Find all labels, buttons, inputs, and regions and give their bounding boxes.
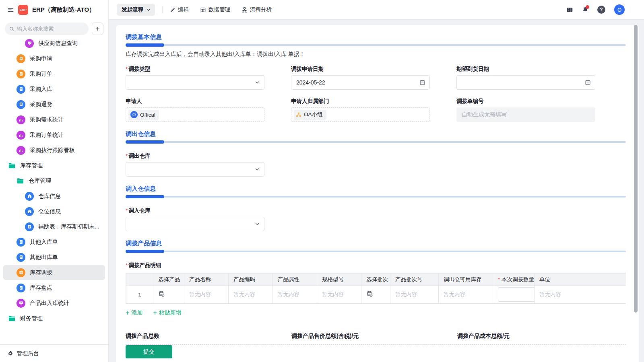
- sidebar-item-label: 库存管理: [20, 162, 43, 169]
- empty-cell: 暂无内容: [229, 286, 273, 304]
- plus-icon: +: [126, 310, 129, 316]
- document-icon: [17, 85, 25, 94]
- section-title-product: 调拨产品信息: [126, 240, 639, 246]
- vertical-scrollbar[interactable]: [634, 25, 638, 313]
- search-input[interactable]: 输入名称来搜索: [5, 23, 89, 35]
- edit-button[interactable]: 编辑: [170, 6, 189, 13]
- out-warehouse-select[interactable]: [126, 162, 264, 177]
- applicant-field[interactable]: O Offical: [126, 107, 264, 122]
- sidebar-item[interactable]: 采购入库: [3, 82, 105, 97]
- qty-cell: [493, 286, 535, 304]
- add-new-button[interactable]: +: [92, 23, 103, 35]
- sidebar-item[interactable]: 采购订单统计: [3, 128, 105, 142]
- sidebar-item-label: 其他入库单: [30, 239, 58, 246]
- document-icon: [17, 238, 25, 247]
- table-column-header: 产品名称: [184, 274, 229, 286]
- database-picker-icon[interactable]: [361, 286, 390, 304]
- sidebar-item[interactable]: 仓位信息: [3, 204, 105, 219]
- transfer-type-select[interactable]: [126, 75, 264, 90]
- notification-badge: [586, 5, 589, 9]
- empty-cell: 暂无内容: [273, 286, 317, 304]
- sidebar-item[interactable]: 库存盘点: [3, 280, 105, 295]
- bar-chart-icon: [17, 115, 25, 124]
- sidebar-item[interactable]: 采购申请: [3, 51, 105, 66]
- applicant-label: 申请人: [126, 98, 264, 105]
- database-picker-icon[interactable]: [153, 286, 184, 304]
- chevron-down-icon: [254, 167, 260, 172]
- expect-date-input[interactable]: [456, 75, 595, 90]
- clipboard-icon: [17, 268, 25, 277]
- table-column-header: 产品编码: [229, 274, 273, 286]
- process-analysis-button[interactable]: 流程分析: [242, 6, 272, 13]
- launch-process-button[interactable]: 发起流程: [117, 4, 155, 16]
- table-row: 1暂无内容暂无内容暂无内容暂无内容暂无内容暂无内容暂无内容: [126, 286, 626, 304]
- admin-backend-button[interactable]: 管理后台: [0, 344, 108, 362]
- apply-date-label: 调拨申请日期: [291, 66, 430, 72]
- sidebar-item[interactable]: 供应商信息查询: [3, 36, 105, 51]
- user-avatar[interactable]: O: [614, 4, 625, 15]
- sidebar-item[interactable]: 采购需求统计: [3, 112, 105, 127]
- org-chart-icon: [296, 112, 301, 117]
- avatar: O: [130, 111, 138, 118]
- launch-process-label: 发起流程: [122, 6, 143, 13]
- sidebar-item[interactable]: 采购执行跟踪看板: [3, 143, 105, 158]
- in-warehouse-select[interactable]: [126, 217, 264, 231]
- submit-button[interactable]: 提交: [126, 345, 172, 358]
- table-column-header: 规格型号: [317, 274, 361, 286]
- empty-cell: 暂无内容: [184, 286, 229, 304]
- sidebar-item-label: 财务管理: [20, 315, 43, 322]
- sidebar-item[interactable]: 其他入库单: [3, 234, 105, 249]
- data-management-button[interactable]: 数据管理: [200, 6, 230, 13]
- empty-cell: 暂无内容: [535, 286, 626, 304]
- sidebar-item[interactable]: 财务管理: [3, 311, 105, 326]
- table-column-header: 调出仓可用库存: [439, 274, 493, 286]
- sidebar-item[interactable]: 其他出库单: [3, 250, 105, 265]
- sidebar-item-label: 仓库管理: [29, 177, 51, 185]
- sidebar-item[interactable]: 库存管理: [3, 158, 105, 173]
- progress-bar: [126, 195, 626, 198]
- table-column-header: 产品属性: [273, 274, 317, 286]
- sidebar-header: ERP ERP（离散制造-ATO）: [0, 0, 108, 19]
- help-icon[interactable]: ?: [597, 6, 605, 14]
- transfer-qty-input[interactable]: [498, 287, 535, 302]
- document-icon: [17, 284, 25, 292]
- sidebar-item[interactable]: 仓库信息: [3, 189, 105, 204]
- table-column-header: 产品批次号: [390, 274, 439, 286]
- add-row-button[interactable]: + 添加: [126, 309, 142, 317]
- progress-bar: [126, 43, 626, 47]
- monitor-chart-icon: [17, 299, 25, 308]
- totals-fields: [126, 344, 626, 362]
- paste-add-button[interactable]: + 粘贴新增: [153, 309, 181, 317]
- table-column-header: 选择批次: [361, 274, 390, 286]
- admin-backend-label: 管理后台: [17, 350, 39, 357]
- chevron-down-icon: [146, 7, 151, 12]
- form-card: 调拨基本信息 库存调拨完成出入库后，会自动录入其他出/入库单：调拨出/入库 单据…: [116, 25, 639, 362]
- calendar-icon: [419, 80, 425, 86]
- sidebar-item[interactable]: 产品出入库统计: [3, 296, 105, 311]
- topbar: 发起流程 编辑 数据管理 流程分析 ? O: [109, 0, 644, 20]
- department-field[interactable]: OA小组: [291, 107, 430, 122]
- chevron-down-icon: [254, 221, 260, 227]
- department-chip: OA小组: [294, 110, 326, 120]
- apply-date-input[interactable]: 2024-05-22: [291, 75, 430, 90]
- sidebar-item[interactable]: 采购退货: [3, 97, 105, 112]
- sidebar-item[interactable]: 仓库管理: [3, 173, 105, 188]
- panel-toggle-icon[interactable]: [566, 6, 573, 13]
- search-placeholder: 输入名称来搜索: [17, 25, 54, 33]
- sidebar-item[interactable]: 辅助表：库存期初期末...: [3, 219, 105, 234]
- notifications-bell-icon[interactable]: [582, 6, 588, 13]
- search-icon: [9, 26, 14, 32]
- hamburger-icon[interactable]: [7, 6, 14, 13]
- calendar-icon: [585, 80, 591, 86]
- home-icon: [25, 192, 34, 201]
- sidebar-item-label: 采购入库: [30, 86, 52, 93]
- sidebar-item[interactable]: 库存调拨: [3, 265, 105, 280]
- home-icon: [25, 207, 34, 216]
- document-icon: [17, 54, 25, 63]
- progress-bar: [126, 250, 626, 253]
- document-icon: [17, 100, 25, 109]
- folder-icon: [8, 162, 16, 169]
- sidebar: ERP ERP（离散制造-ATO） 输入名称来搜索 + 供应商信息查询采购申请采…: [0, 0, 109, 362]
- document-icon: [17, 253, 25, 262]
- sidebar-item[interactable]: 采购订单: [3, 66, 105, 81]
